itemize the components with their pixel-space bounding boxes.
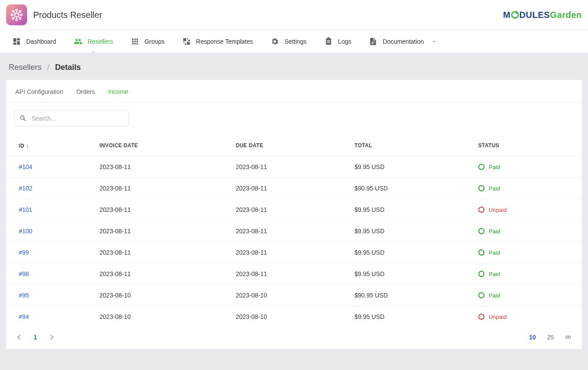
col-total[interactable]: TOTAL — [346, 131, 470, 156]
status-label: Paid — [489, 228, 500, 235]
status-ring-icon — [478, 249, 484, 256]
app-header: Products Reseller MDULESGarden — [0, 0, 588, 30]
nav-item-resellers[interactable]: Resellers — [65, 30, 122, 53]
search-wrap — [7, 103, 581, 131]
invoice-id-link[interactable]: #98 — [19, 270, 29, 277]
cell-due-date: 2023-08-11 — [227, 178, 346, 199]
invoice-id-link[interactable]: #104 — [19, 163, 32, 170]
invoice-id-link[interactable]: #100 — [19, 228, 32, 235]
status-label: Paid — [489, 292, 500, 299]
cell-invoice-date: 2023-08-11 — [91, 199, 227, 221]
main-nav: DashboardResellersGroupsResponse Templat… — [0, 30, 588, 53]
table-row: #982023-08-112023-08-11$9.95 USDPaid — [7, 263, 581, 285]
cell-invoice-date: 2023-08-10 — [91, 285, 227, 306]
col-id[interactable]: ID↓ — [7, 131, 91, 156]
svg-point-0 — [15, 13, 18, 17]
nav-item-response-templates[interactable]: Response Templates — [173, 30, 262, 53]
invoice-id-link[interactable]: #101 — [19, 206, 32, 213]
grid-icon — [131, 37, 139, 46]
status-badge: Paid — [478, 249, 573, 256]
svg-point-4 — [21, 14, 22, 16]
nav-item-label: Logs — [338, 38, 351, 45]
cell-due-date: 2023-08-10 — [227, 285, 346, 306]
nav-item-label: Settings — [284, 38, 307, 45]
tab-api-configuration[interactable]: API Configuration — [15, 88, 63, 95]
cell-total: $9.95 USD — [346, 242, 470, 263]
status-badge: Unpaid — [478, 314, 573, 320]
per-page-option[interactable]: 25 — [547, 334, 554, 341]
status-ring-icon — [478, 207, 484, 213]
page-number[interactable]: 1 — [34, 334, 37, 341]
search-box[interactable] — [14, 111, 129, 126]
cell-total: $90.95 USD — [346, 178, 470, 199]
search-icon — [19, 114, 27, 122]
col-invoice-date[interactable]: INVOICE DATE — [91, 131, 227, 156]
nav-item-label: Dashboard — [26, 38, 56, 45]
svg-point-5 — [12, 10, 14, 12]
status-label: Unpaid — [489, 207, 507, 213]
next-page-button[interactable] — [49, 334, 54, 340]
invoice-id-link[interactable]: #94 — [19, 313, 29, 320]
cell-total: $9.95 USD — [346, 156, 470, 178]
status-ring-icon — [478, 164, 484, 170]
status-ring-icon — [478, 271, 484, 277]
nav-item-documentation[interactable]: Documentation — [360, 30, 446, 53]
per-page-option[interactable]: 10 — [529, 334, 536, 341]
svg-point-3 — [11, 14, 13, 16]
cell-total: $9.95 USD — [346, 221, 470, 242]
cell-due-date: 2023-08-11 — [227, 242, 346, 263]
svg-point-2 — [16, 19, 17, 21]
invoice-id-link[interactable]: #99 — [19, 249, 29, 256]
status-label: Paid — [489, 271, 500, 277]
invoice-id-link[interactable]: #95 — [19, 292, 29, 299]
nav-item-logs[interactable]: Logs — [315, 30, 360, 53]
tab-orders[interactable]: Orders — [76, 88, 95, 95]
col-status[interactable]: STATUS — [470, 131, 581, 156]
cell-total: $9.95 USD — [346, 199, 470, 221]
nav-item-dashboard[interactable]: Dashboard — [3, 30, 65, 53]
cell-total: $9.95 USD — [346, 263, 470, 285]
breadcrumb-separator: / — [47, 63, 49, 72]
cell-due-date: 2023-08-11 — [227, 221, 346, 242]
breadcrumb: Resellers / Details — [0, 53, 588, 80]
col-due-date[interactable]: DUE DATE — [227, 131, 346, 156]
table-row: #1012023-08-112023-08-11$9.95 USDUnpaid — [7, 199, 581, 221]
status-label: Unpaid — [489, 314, 507, 320]
per-page-options: 1025∞ — [529, 332, 571, 342]
app-logo-icon — [10, 8, 23, 21]
breadcrumb-parent[interactable]: Resellers — [9, 63, 42, 72]
cell-invoice-date: 2023-08-10 — [91, 306, 227, 328]
status-ring-icon — [478, 314, 484, 320]
table-row: #1002023-08-112023-08-11$9.95 USDPaid — [7, 221, 581, 242]
cell-due-date: 2023-08-11 — [227, 156, 346, 178]
nav-item-label: Documentation — [383, 38, 424, 45]
sort-arrow-down-icon: ↓ — [26, 142, 29, 149]
svg-point-6 — [19, 10, 21, 12]
nav-item-settings[interactable]: Settings — [262, 30, 315, 53]
prev-page-button[interactable] — [17, 334, 21, 340]
search-input[interactable] — [31, 115, 124, 122]
clipboard-icon — [324, 37, 333, 46]
pagination: 1 1025∞ — [7, 327, 581, 349]
invoice-id-link[interactable]: #102 — [19, 185, 32, 192]
cell-invoice-date: 2023-08-11 — [91, 242, 227, 263]
table-header-row: ID↓ INVOICE DATE DUE DATE TOTAL STATUS — [7, 131, 581, 156]
income-table: ID↓ INVOICE DATE DUE DATE TOTAL STATUS #… — [7, 131, 581, 327]
breadcrumb-current: Details — [55, 63, 81, 72]
table-row: #1022023-08-112023-08-11$90.95 USDPaid — [7, 178, 581, 199]
per-page-option[interactable]: ∞ — [565, 332, 571, 342]
status-badge: Paid — [478, 271, 573, 277]
status-badge: Paid — [478, 185, 573, 192]
tab-income[interactable]: Income — [108, 88, 128, 95]
table-row: #942023-08-102023-08-10$9.95 USDUnpaid — [7, 306, 581, 328]
cell-total: $90.95 USD — [346, 285, 470, 306]
svg-line-16 — [18, 16, 20, 18]
content-panel: API ConfigurationOrdersIncome ID↓ INVOIC… — [6, 80, 582, 349]
nav-item-groups[interactable]: Groups — [122, 30, 173, 53]
nav-item-label: Groups — [145, 38, 165, 45]
table-row: #952023-08-102023-08-10$90.95 USDPaid — [7, 285, 581, 306]
status-ring-icon — [478, 292, 484, 298]
dashboard-icon — [12, 37, 21, 46]
svg-line-15 — [14, 16, 16, 18]
nav-item-label: Response Templates — [196, 38, 253, 45]
